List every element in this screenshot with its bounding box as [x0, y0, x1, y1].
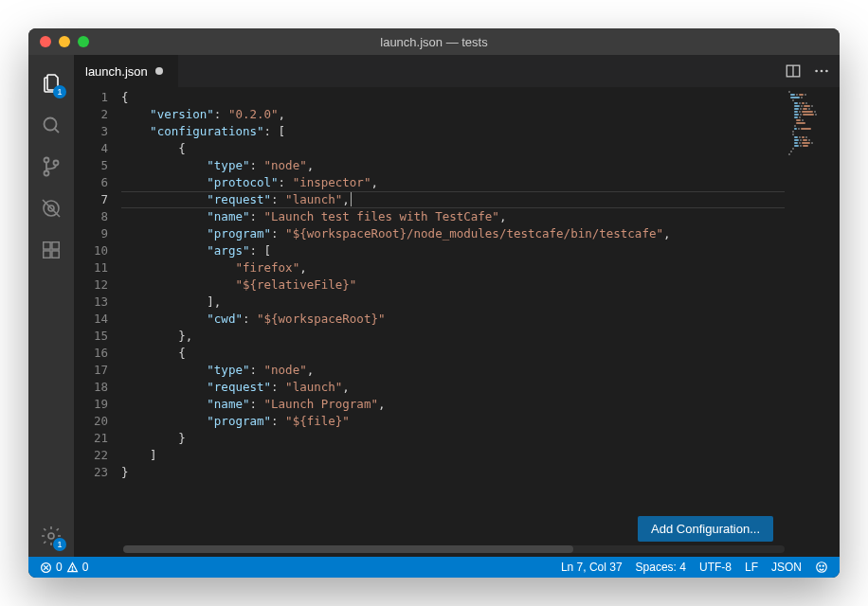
svg-line-1	[55, 129, 59, 133]
split-editor-button[interactable]	[785, 62, 802, 80]
svg-rect-8	[44, 242, 50, 249]
problems-status[interactable]: 0 0	[36, 561, 92, 574]
svg-point-4	[54, 161, 59, 166]
zoom-window-button[interactable]	[78, 36, 89, 47]
svg-point-12	[48, 533, 54, 539]
debug-activity[interactable]	[28, 187, 74, 229]
tabs-row: launch.json	[74, 55, 840, 87]
extensions-icon	[41, 240, 62, 260]
add-configuration-button[interactable]: Add Configuration...	[638, 516, 773, 542]
svg-rect-9	[52, 242, 59, 249]
indentation-status[interactable]: Spaces: 4	[632, 561, 690, 574]
svg-rect-10	[44, 251, 50, 258]
editor-split: 1234567891011121314151617181920212223 { …	[74, 87, 840, 557]
explorer-badge: 1	[53, 85, 66, 98]
feedback-button[interactable]	[811, 561, 832, 574]
language-mode-status[interactable]: JSON	[768, 561, 805, 574]
warning-count: 0	[82, 561, 89, 574]
scrollbar-thumb[interactable]	[123, 545, 573, 553]
error-count: 0	[56, 561, 63, 574]
cursor-position-status[interactable]: Ln 7, Col 37	[557, 561, 626, 574]
svg-rect-11	[52, 251, 59, 258]
code-editor[interactable]: 1234567891011121314151617181920212223 { …	[74, 87, 840, 557]
titlebar: launch.json — tests	[28, 28, 840, 55]
debug-icon	[40, 197, 63, 220]
svg-point-24	[820, 565, 821, 566]
split-horizontal-icon	[785, 62, 802, 80]
activity-bar: 1 1	[28, 55, 74, 557]
main-area: 1 1 launch.json	[28, 55, 840, 557]
eol-status[interactable]: LF	[741, 561, 762, 574]
svg-point-16	[821, 70, 823, 73]
window-title: launch.json — tests	[28, 35, 840, 49]
line-number-gutter: 1234567891011121314151617181920212223	[74, 87, 121, 557]
settings-badge: 1	[53, 538, 66, 551]
warning-icon	[66, 561, 79, 574]
status-bar: 0 0 Ln 7, Col 37 Spaces: 4 UTF-8 LF JSON	[28, 557, 840, 578]
svg-point-17	[825, 70, 828, 73]
more-actions-button[interactable]	[813, 62, 830, 80]
settings-activity[interactable]: 1	[28, 515, 74, 557]
dirty-indicator-icon	[155, 67, 163, 75]
svg-point-22	[72, 569, 73, 570]
svg-point-25	[823, 565, 823, 566]
encoding-status[interactable]: UTF-8	[696, 561, 735, 574]
window-controls	[28, 36, 89, 47]
app-window: launch.json — tests 1 1	[28, 28, 840, 578]
minimap[interactable]	[787, 87, 840, 557]
svg-point-15	[815, 70, 818, 73]
error-icon	[40, 561, 52, 574]
minimize-window-button[interactable]	[59, 36, 70, 47]
smiley-icon	[815, 561, 828, 574]
search-icon	[40, 114, 63, 136]
code-content[interactable]: { "version": "0.2.0", "configurations": …	[121, 87, 787, 557]
ellipsis-icon	[813, 62, 830, 80]
tab-title: launch.json	[85, 64, 148, 79]
search-activity[interactable]	[28, 104, 74, 146]
horizontal-scrollbar[interactable]	[123, 545, 785, 553]
git-branch-icon	[40, 155, 63, 178]
svg-point-3	[45, 171, 49, 176]
extensions-activity[interactable]	[28, 229, 74, 271]
svg-point-2	[45, 158, 49, 163]
svg-point-0	[45, 118, 57, 131]
tab-launch-json[interactable]: launch.json	[74, 55, 178, 87]
close-window-button[interactable]	[40, 36, 51, 47]
editor-area: launch.json 1234567891011121314151617181…	[74, 55, 840, 557]
source-control-activity[interactable]	[28, 146, 74, 187]
explorer-activity[interactable]: 1	[28, 62, 74, 104]
svg-line-6	[43, 200, 60, 217]
